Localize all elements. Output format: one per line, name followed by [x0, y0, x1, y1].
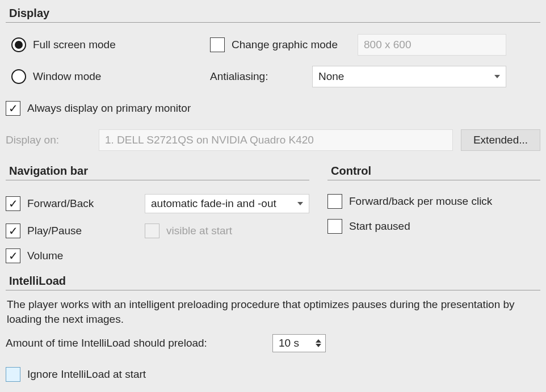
chevron-down-icon [494, 75, 500, 78]
select-resolution-value: 800 x 600 [364, 39, 411, 51]
section-display-header: Display [6, 6, 540, 23]
checkbox-volume-label[interactable]: Volume [27, 250, 63, 262]
checkbox-volume[interactable] [6, 248, 20, 263]
radio-full-screen[interactable] [11, 37, 26, 52]
select-fade-value: automatic fade-in and -out [151, 197, 276, 210]
radio-window-mode[interactable] [11, 69, 26, 84]
checkbox-start-paused[interactable] [327, 219, 342, 234]
checkbox-always-primary-label[interactable]: Always display on primary monitor [27, 102, 191, 115]
radio-window-mode-label[interactable]: Window mode [33, 70, 101, 83]
select-fade[interactable]: automatic fade-in and -out [145, 194, 309, 213]
checkbox-play-pause-label[interactable]: Play/Pause [27, 225, 82, 237]
section-intelliload-header: IntelliLoad [6, 273, 540, 290]
checkbox-forward-back-mouse-label[interactable]: Forward/back per mouse click [349, 195, 492, 208]
checkbox-always-primary[interactable] [6, 101, 20, 116]
checkbox-play-pause[interactable] [6, 224, 20, 238]
antialiasing-label: Antialiasing: [210, 70, 268, 83]
checkbox-visible-at-start-label: visible at start [166, 225, 232, 237]
select-display-on: 1. DELL S2721QS on NVIDIA Quadro K420 [99, 129, 453, 151]
intelliload-description: The player works with an intelligent pre… [6, 297, 540, 334]
display-on-label: Display on: [6, 134, 91, 146]
checkbox-change-graphic-label[interactable]: Change graphic mode [232, 39, 338, 51]
section-navbar-header: Navigation bar [6, 163, 309, 180]
select-antialiasing[interactable]: None [312, 66, 506, 87]
chevron-down-icon [297, 202, 303, 205]
spinner-up-icon[interactable] [316, 339, 321, 343]
select-resolution: 800 x 600 [358, 34, 506, 56]
checkbox-start-paused-label[interactable]: Start paused [349, 220, 410, 233]
select-display-on-value: 1. DELL S2721QS on NVIDIA Quadro K420 [105, 134, 314, 146]
preload-value: 10 s [273, 335, 312, 352]
spinner-down-icon[interactable] [316, 344, 321, 347]
checkbox-visible-at-start [145, 224, 159, 238]
radio-full-screen-label[interactable]: Full screen mode [33, 39, 116, 51]
checkbox-forward-back[interactable] [6, 196, 20, 211]
checkbox-ignore-intelliload[interactable] [6, 367, 20, 382]
section-control-header: Control [327, 163, 540, 180]
checkbox-change-graphic[interactable] [210, 37, 225, 52]
checkbox-forward-back-mouse[interactable] [327, 194, 342, 209]
extended-button[interactable]: Extended... [461, 129, 540, 151]
checkbox-ignore-intelliload-label[interactable]: Ignore IntelliLoad at start [27, 368, 146, 381]
checkbox-forward-back-label[interactable]: Forward/Back [27, 197, 94, 210]
preload-spinner[interactable]: 10 s [272, 334, 326, 352]
select-antialiasing-value: None [318, 70, 344, 83]
preload-label: Amount of time IntelliLoad should preloa… [6, 337, 272, 349]
extended-button-label: Extended... [473, 134, 528, 146]
